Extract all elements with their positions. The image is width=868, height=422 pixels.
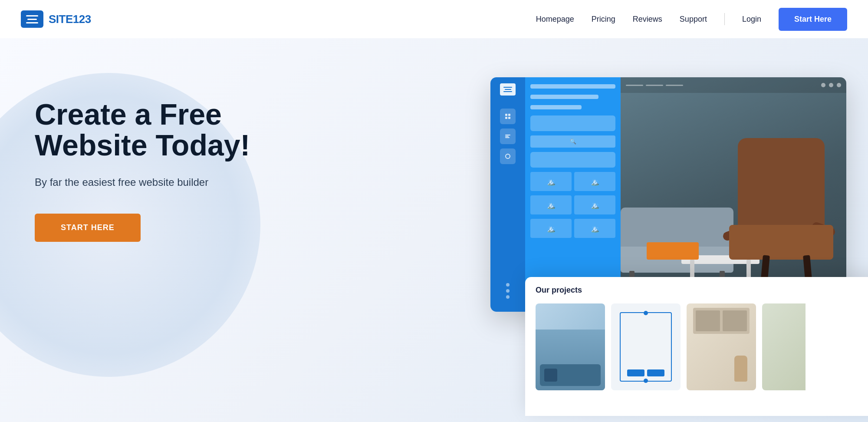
panel-img-3: 🏔️ [530,195,572,214]
topbar-line-3 [666,85,683,86]
nav-divider [724,13,725,25]
sidebar-dots [506,283,510,306]
search-icon: 🔍 [570,138,576,145]
panel-img-row-1: 🏔️ 🏔️ [530,172,615,191]
topbar-line-2 [646,85,663,86]
topbar-dot-3 [837,83,841,87]
mockup-sidebar [490,77,525,312]
panel-bar-3 [530,105,582,109]
art-frame-2 [723,310,747,331]
panel-img-5: 🏔️ [530,219,572,238]
start-here-hero-button[interactable]: START HERE [35,214,141,242]
nav-link-reviews[interactable]: Reviews [633,15,662,24]
mockup-panel: 🔍 🏔️ 🏔️ 🏔️ 🏔️ 🏔️ 🏔️ [525,77,621,312]
panel-bar-1 [530,84,615,89]
art-vase [734,356,747,382]
nav-links: Homepage Pricing Reviews Support Login S… [536,8,847,31]
hero-mockup: 🔍 🏔️ 🏔️ 🏔️ 🏔️ 🏔️ 🏔️ [490,51,868,416]
logo-icon [21,10,43,28]
frame-dot-top [644,311,648,315]
sidebar-icon-3 [500,148,516,164]
panel-block-2 [530,152,615,168]
sidebar-logo-icon [500,83,516,96]
mockup-main-image [621,77,846,312]
hero-title: Create a Free Website Today! [35,99,250,161]
topbar-dot-1 [821,83,825,87]
panel-img-row-3: 🏔️ 🏔️ [530,219,615,238]
mockup-topbar [621,77,846,93]
hero-section: Create a Free Website Today! By far the … [0,38,868,422]
topbar-dots [821,83,841,87]
projects-title: Our projects [536,286,582,295]
navbar: SITE123 Homepage Pricing Reviews Support… [0,0,868,38]
svg-rect-4 [505,135,510,135]
projects-header: Our projects View all [536,286,868,295]
svg-rect-0 [505,114,507,116]
project-card-1 [536,303,605,390]
svg-rect-1 [508,114,510,116]
nav-link-support[interactable]: Support [680,15,707,24]
svg-rect-3 [508,117,510,119]
card-pillow [544,369,557,382]
chair-decoration [716,138,838,294]
builder-mockup: 🔍 🏔️ 🏔️ 🏔️ 🏔️ 🏔️ 🏔️ [490,77,846,312]
svg-point-7 [506,154,510,158]
svg-rect-6 [505,137,510,138]
projects-panel: Our projects View all [525,277,868,416]
panel-img-1: 🏔️ [530,172,572,191]
nav-link-pricing[interactable]: Pricing [592,15,615,24]
hero-content: Create a Free Website Today! By far the … [0,38,250,242]
frame-btn-2 [647,369,664,376]
nav-link-homepage[interactable]: Homepage [536,15,574,24]
project-card-2 [611,303,681,390]
card-art [693,308,750,334]
frame-btn-1 [627,369,644,376]
topbar-lines [626,85,683,86]
sidebar-icon-2 [500,129,516,144]
panel-block-1 [530,115,615,131]
frame-inner [620,312,672,382]
start-here-nav-button[interactable]: Start Here [779,8,847,31]
hero-subtitle: By far the easiest free website builder [35,175,250,190]
topbar-dot-2 [829,83,833,87]
panel-img-6: 🏔️ [574,219,615,238]
panel-bar-2 [530,95,598,99]
svg-rect-2 [505,117,507,119]
project-card-4-partial [762,303,806,390]
logo-text: SITE123 [49,13,91,26]
art-frame-1 [696,310,720,331]
chair-seat [729,225,833,260]
nav-login[interactable]: Login [742,15,761,24]
frame-dot-bottom [644,379,648,383]
panel-search: 🔍 [530,135,615,148]
projects-grid [536,303,868,390]
mockup-cta-button [647,242,699,260]
frame-buttons [627,369,664,376]
topbar-line-1 [626,85,643,86]
logo[interactable]: SITE123 [21,10,91,28]
panel-img-4: 🏔️ [574,195,615,214]
panel-img-2: 🏔️ [574,172,615,191]
svg-rect-5 [505,136,509,137]
project-card-3 [687,303,756,390]
sidebar-icon-1 [500,109,516,124]
panel-img-row-2: 🏔️ 🏔️ [530,195,615,214]
